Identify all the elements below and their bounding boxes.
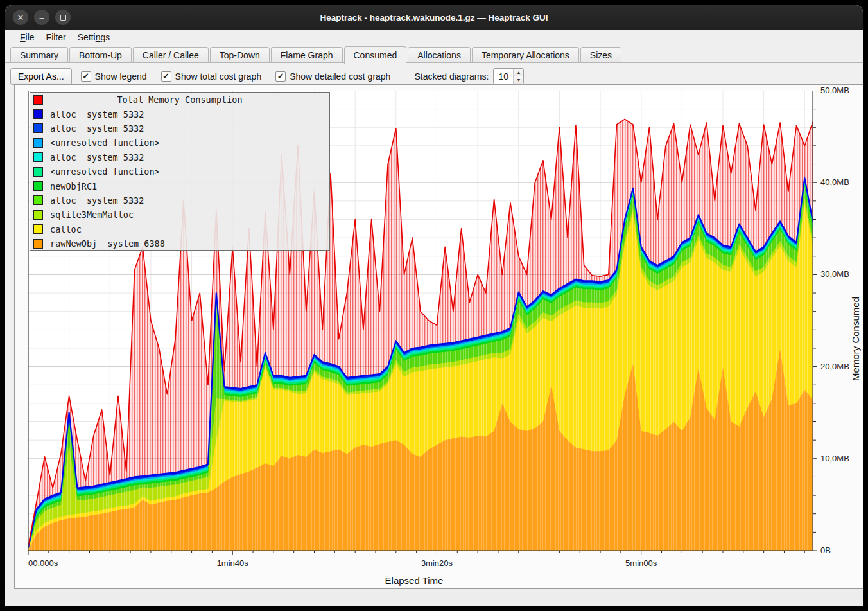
legend-swatch-icon: [33, 123, 43, 133]
legend-swatch-icon: [33, 224, 43, 234]
tab-bottom-up[interactable]: Bottom-Up: [69, 47, 132, 63]
title-bar: ✕ – Heaptrack - heaptrack.wakunode.1.gz …: [5, 5, 863, 30]
tab-flame-graph[interactable]: Flame Graph: [271, 47, 343, 63]
checkbox-check-icon[interactable]: ✓: [81, 71, 91, 82]
legend-label: calloc: [50, 224, 82, 235]
legend-label: newObjRC1: [50, 181, 97, 191]
menu-file[interactable]: File: [14, 31, 40, 44]
checkbox-label: Show detailed cost graph: [290, 71, 390, 82]
legend-label: rawNewObj__system_6388: [50, 238, 165, 249]
checkbox-show-total-cost-graph[interactable]: ✓Show total cost graph: [161, 71, 262, 82]
legend-label: alloc__system_5332: [50, 195, 144, 206]
tab-sizes[interactable]: Sizes: [580, 47, 621, 63]
legend-label: <unresolved function>: [50, 166, 160, 177]
legend-swatch-icon: [33, 138, 43, 148]
legend-label: Total Memory Consumption: [30, 94, 329, 105]
checkbox-group: ✓Show legend✓Show total cost graph✓Show …: [81, 71, 405, 82]
menu-bar: FileFilterSettings: [5, 30, 863, 45]
legend-item: calloc: [30, 222, 329, 236]
checkbox-show-detailed-cost-graph[interactable]: ✓Show detailed cost graph: [275, 71, 390, 82]
y-tick-label: 30,0MB: [820, 269, 849, 279]
menu-filter[interactable]: Filter: [40, 31, 72, 44]
chart-legend: Total Memory Consumptionalloc__system_53…: [30, 92, 330, 251]
stacked-diagrams-label: Stacked diagrams:: [414, 71, 489, 82]
legend-item: <unresolved function>: [30, 136, 329, 150]
legend-label: <unresolved function>: [50, 137, 160, 148]
legend-label: alloc__system_5332: [50, 123, 144, 134]
tab-consumed[interactable]: Consumed: [344, 46, 407, 64]
legend-label: sqlite3MemMalloc: [50, 209, 134, 220]
y-tick-label: 10,0MB: [820, 454, 849, 463]
legend-item: alloc__system_5332: [30, 150, 329, 164]
legend-swatch-icon: [33, 195, 43, 205]
legend-label: alloc__system_5332: [50, 152, 144, 163]
y-tick-label: 20,0MB: [820, 362, 849, 371]
window-title: Heaptrack - heaptrack.wakunode.1.gz — He…: [5, 13, 863, 22]
legend-swatch-icon: [33, 210, 43, 220]
legend-item: newObjRC1: [30, 179, 329, 193]
legend-item: alloc__system_5332: [30, 193, 329, 208]
checkbox-show-legend[interactable]: ✓Show legend: [81, 71, 147, 82]
x-tick-label: 1min40s: [194, 558, 271, 568]
consumed-chart-panel: Total Memory Consumptionalloc__system_53…: [14, 84, 863, 589]
stacked-diagrams-spinner[interactable]: 10 ▲ ▼: [493, 68, 524, 84]
legend-item: <unresolved function>: [30, 164, 329, 179]
tab-temporary-allocations[interactable]: Temporary Allocations: [472, 47, 579, 63]
toolbar-separator: [406, 69, 406, 84]
export-as-button[interactable]: Export As...: [10, 68, 72, 85]
legend-swatch-icon: [33, 167, 43, 177]
menu-settings[interactable]: Settings: [72, 31, 116, 44]
legend-item: alloc__system_5332: [30, 107, 329, 121]
legend-label: alloc__system_5332: [50, 109, 144, 120]
y-tick-label: 0B: [820, 545, 831, 555]
spinner-value[interactable]: 10: [494, 69, 513, 84]
checkbox-label: Show legend: [95, 71, 147, 82]
spinner-buttons: ▲ ▼: [513, 69, 523, 84]
tab-top-down[interactable]: Top-Down: [210, 47, 270, 63]
legend-swatch-icon: [33, 239, 43, 249]
legend-swatch-icon: [33, 152, 43, 162]
tab-summary[interactable]: Summary: [10, 47, 68, 63]
window-bottom-margin: [5, 589, 863, 606]
legend-swatch-icon: [33, 109, 43, 119]
legend-item: rawNewObj__system_6388: [30, 236, 329, 251]
tab-bar: SummaryBottom-UpCaller / CalleeTop-DownF…: [5, 45, 863, 63]
tab-caller-callee[interactable]: Caller / Callee: [133, 47, 209, 63]
tab-allocations[interactable]: Allocations: [408, 47, 471, 63]
y-tick-label: 50,0MB: [820, 85, 849, 95]
legend-swatch-icon: [33, 181, 43, 191]
heaptrack-window: ✕ – Heaptrack - heaptrack.wakunode.1.gz …: [5, 5, 863, 606]
desktop: ✕ – Heaptrack - heaptrack.wakunode.1.gz …: [0, 0, 868, 611]
x-tick-label: 5min00s: [603, 558, 680, 568]
checkbox-check-icon[interactable]: ✓: [161, 71, 171, 82]
legend-item: sqlite3MemMalloc: [30, 208, 329, 222]
checkbox-check-icon[interactable]: ✓: [275, 71, 286, 82]
spinner-up-icon[interactable]: ▲: [514, 69, 523, 76]
spinner-down-icon[interactable]: ▼: [514, 76, 523, 84]
x-tick-label: 3min20s: [398, 558, 475, 568]
y-axis-title: Memory Consumed: [850, 297, 861, 381]
legend-item: Total Memory Consumption: [30, 93, 329, 107]
y-tick-label: 40,0MB: [820, 177, 849, 187]
checkbox-label: Show total cost graph: [175, 71, 262, 82]
x-tick-label: 00.000s: [28, 558, 58, 568]
x-axis-title: Elapsed Time: [15, 575, 813, 586]
legend-item: alloc__system_5332: [30, 121, 329, 136]
